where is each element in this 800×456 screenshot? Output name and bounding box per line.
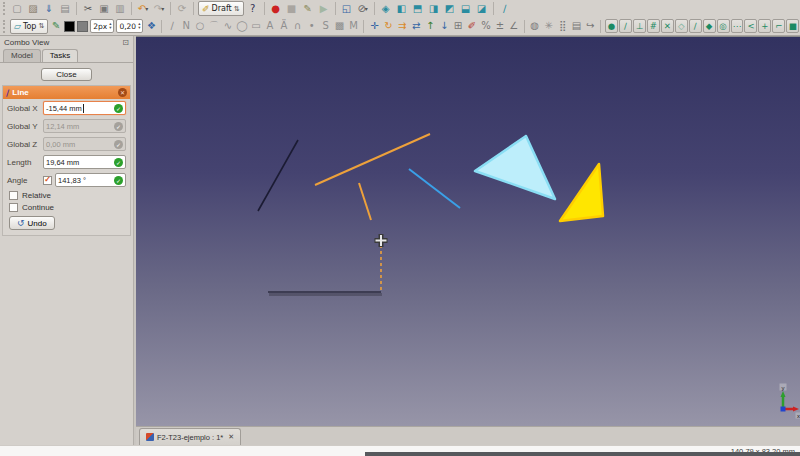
snap-perpendicular-toggle[interactable]: ⊥ xyxy=(633,19,646,33)
draft-facebinder-tool[interactable]: ▩ xyxy=(333,19,347,34)
view-rear-button[interactable]: ◩ xyxy=(442,1,458,16)
line-width-spinbox[interactable]: 2px▴▾ xyxy=(90,19,114,33)
tab-close-icon[interactable]: ✕ xyxy=(228,433,234,441)
snap-center-toggle[interactable]: ◆ xyxy=(703,19,716,33)
black-line-object[interactable] xyxy=(258,140,298,211)
draft-add-point-tool[interactable]: ± xyxy=(493,19,507,34)
cyan-triangle-object[interactable] xyxy=(475,136,555,199)
print-button[interactable]: ▤ xyxy=(57,1,73,16)
draft-upgrade-tool[interactable]: ↑ xyxy=(423,19,437,34)
draft-style-button[interactable]: ✎ xyxy=(49,19,63,34)
undo-button[interactable]: ↺ Undo xyxy=(9,216,55,230)
tab-model[interactable]: Model xyxy=(3,49,41,62)
snap-angle-toggle[interactable]: ◎ xyxy=(717,19,730,33)
draft-rotate-tool[interactable]: ↻ xyxy=(381,19,395,34)
draft-slope-tool[interactable]: ∠ xyxy=(507,19,521,34)
toolbar-sep xyxy=(335,2,336,15)
workbench-selector[interactable]: ✐Draft⇅ xyxy=(198,1,244,16)
draft-shapestring-tool[interactable]: M xyxy=(347,19,361,34)
draft-dimension-tool[interactable]: Ä xyxy=(277,19,291,34)
draft-trimex-tool[interactable]: ⇄ xyxy=(409,19,423,34)
snap-parallel-toggle[interactable]: < xyxy=(744,19,757,33)
draft-downgrade-tool[interactable]: ↓ xyxy=(437,19,451,34)
snap-special-toggle[interactable]: ⌐ xyxy=(772,19,785,33)
view-bottom-button[interactable]: ⬓ xyxy=(458,1,474,16)
view-axonometric-button[interactable]: ◈ xyxy=(378,1,394,16)
snap-intersection-toggle[interactable]: ✕ xyxy=(661,19,674,33)
undo-button[interactable]: ↶▾ xyxy=(135,1,151,16)
view-top-button[interactable]: ⬒ xyxy=(410,1,426,16)
draft-point-tool[interactable]: • xyxy=(305,19,319,34)
draft-polygon-tool[interactable]: ∩ xyxy=(291,19,305,34)
draft-edit-tool[interactable]: ✐ xyxy=(465,19,479,34)
snap-lock-toggle[interactable]: ● xyxy=(605,19,618,33)
yellow-triangle-object[interactable] xyxy=(560,164,603,221)
draft-arc-tool[interactable]: ⌒ xyxy=(207,19,221,34)
draft-move-tool[interactable]: ✛ xyxy=(367,19,381,34)
face-color-swatch[interactable] xyxy=(77,21,88,32)
draft-line-tool[interactable]: ∕ xyxy=(165,19,179,34)
open-file-button[interactable]: ▨ xyxy=(25,1,41,16)
orange-long-line-object[interactable] xyxy=(315,134,430,185)
snap-dimensions-toggle[interactable]: ■ xyxy=(786,19,799,33)
paste-button[interactable]: ▥ xyxy=(112,1,128,16)
snap-near-toggle[interactable]: ◇ xyxy=(675,19,688,33)
line-color-swatch[interactable] xyxy=(64,21,75,32)
save-button[interactable]: ⇓ xyxy=(41,1,57,16)
macro-record-button[interactable]: ● xyxy=(268,1,284,16)
draft-scale-tool[interactable]: ⊞ xyxy=(451,19,465,34)
copy-button[interactable]: ▣ xyxy=(96,1,112,16)
draw-style-button[interactable]: ⊘▾ xyxy=(355,1,371,16)
draft-shape2dview-tool[interactable]: ◍ xyxy=(528,19,542,34)
whats-this-button[interactable]: ? xyxy=(245,1,261,16)
grid-toggle-button[interactable]: ⣿ xyxy=(556,19,570,34)
draft-text-tool[interactable]: A xyxy=(263,19,277,34)
snap-ortho-toggle[interactable]: ∕ xyxy=(689,19,702,33)
redo-button[interactable]: ↷▾ xyxy=(151,1,167,16)
autogroup-button[interactable]: ❖ xyxy=(144,19,158,34)
draft-offset-tool[interactable]: ⇉ xyxy=(395,19,409,34)
snap-extension-toggle[interactable]: ⋯ xyxy=(731,19,744,33)
working-plane-proxy-button[interactable]: ▤ xyxy=(570,19,584,34)
tab-tasks[interactable]: Tasks xyxy=(42,49,78,62)
document-tab[interactable]: F2-T23-ejemplo : 1* ✕ xyxy=(139,428,241,445)
draft-rectangle-tool[interactable]: ▭ xyxy=(249,19,263,34)
relative-label: Relative xyxy=(22,191,51,200)
snap-midpoint-toggle[interactable]: + xyxy=(758,19,771,33)
macro-edit-button[interactable]: ✎ xyxy=(300,1,316,16)
snap-endpoint-toggle[interactable]: ∕ xyxy=(619,19,632,33)
view-front-button[interactable]: ◧ xyxy=(394,1,410,16)
new-file-button[interactable]: ▢ xyxy=(9,1,25,16)
macro-stop-button[interactable]: ■ xyxy=(284,1,300,16)
draft-bspline-tool[interactable]: S xyxy=(319,19,333,34)
length-input[interactable]: 19,64 mm ✓ xyxy=(43,155,126,169)
relative-checkbox[interactable] xyxy=(9,191,18,200)
draft-circle-tool[interactable]: ○ xyxy=(193,19,207,34)
draft-heal-tool[interactable]: ✳ xyxy=(542,19,556,34)
draft-wire-tool[interactable]: N xyxy=(179,19,193,34)
draft-wire-to-bspline-tool[interactable]: % xyxy=(479,19,493,34)
angle-lock-checkbox[interactable]: ✓ xyxy=(43,176,52,185)
text-scale-spinbox[interactable]: 0,20▴▾ xyxy=(116,19,143,33)
refresh-button[interactable]: ⟳ xyxy=(174,1,190,16)
task-close-icon[interactable]: ✕ xyxy=(118,88,127,97)
fit-all-button[interactable]: ◱ xyxy=(339,1,355,16)
cut-button[interactable]: ✂ xyxy=(80,1,96,16)
draft-ellipse-tool[interactable]: ◯ xyxy=(235,19,249,34)
close-task-button[interactable]: Close xyxy=(41,68,91,81)
3d-viewport[interactable]: y x xyxy=(136,36,800,426)
orange-short-line-object[interactable] xyxy=(359,183,371,220)
blue-line-object[interactable] xyxy=(409,169,460,208)
global-x-input[interactable]: -15,44 mm ✓ xyxy=(43,101,126,115)
snap-grid-toggle[interactable]: # xyxy=(647,19,660,33)
draft-bezier-tool[interactable]: ∿ xyxy=(221,19,235,34)
measure-distance-button[interactable]: ∕ xyxy=(497,1,513,16)
view-left-button[interactable]: ◪ xyxy=(474,1,490,16)
view-right-button[interactable]: ◨ xyxy=(426,1,442,16)
move-to-group-button[interactable]: ↪ xyxy=(584,19,598,34)
working-plane-selector[interactable]: ▱Top⇅ xyxy=(10,19,48,34)
continue-checkbox[interactable] xyxy=(9,203,18,212)
float-panel-icon[interactable]: ⊡ xyxy=(122,38,129,47)
angle-input[interactable]: 141,83 ° ✓ xyxy=(55,173,126,187)
macro-play-button[interactable]: ▶ xyxy=(316,1,332,16)
